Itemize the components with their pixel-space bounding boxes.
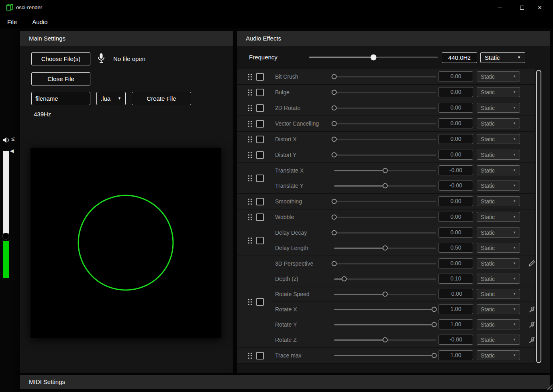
- file-extension-select[interactable]: .lua ▼: [96, 92, 126, 105]
- slider-track[interactable]: [334, 309, 436, 310]
- effect-enable-checkbox[interactable]: [256, 237, 264, 244]
- frequency-slider[interactable]: [309, 54, 438, 61]
- effect-mode-select[interactable]: Static ▼: [477, 350, 520, 360]
- slider-track[interactable]: [334, 154, 436, 156]
- effect-value-box[interactable]: 1.00: [439, 350, 473, 360]
- effect-value-box[interactable]: -0.00: [439, 165, 473, 175]
- effect-enable-checkbox[interactable]: [256, 136, 264, 143]
- effect-mode-select[interactable]: Static ▼: [477, 181, 520, 191]
- volume-knob[interactable]: [2, 233, 9, 240]
- effect-value-box[interactable]: 0.00: [439, 134, 473, 144]
- maximize-button[interactable]: [512, 0, 532, 15]
- menu-audio[interactable]: Audio: [32, 18, 47, 25]
- effect-value-box[interactable]: 0.00: [439, 71, 473, 81]
- menu-file[interactable]: File: [7, 18, 17, 25]
- effect-slider[interactable]: [334, 89, 436, 95]
- effect-value-box[interactable]: 0.00: [439, 258, 473, 268]
- effect-mode-select[interactable]: Static ▼: [477, 165, 520, 175]
- effect-value-box[interactable]: 0.00: [439, 212, 473, 222]
- effect-enable-checkbox[interactable]: [256, 175, 264, 182]
- slider-knob[interactable]: [342, 276, 347, 282]
- effect-mode-select[interactable]: Static ▼: [477, 196, 520, 206]
- frequency-value-box[interactable]: 440.0Hz: [442, 52, 477, 63]
- slider-knob[interactable]: [332, 261, 337, 266]
- create-file-button[interactable]: Create File: [132, 92, 191, 105]
- minimize-button[interactable]: [490, 0, 510, 15]
- slider-knob[interactable]: [383, 168, 388, 173]
- effect-value-box[interactable]: 1.00: [439, 304, 473, 314]
- effect-enable-checkbox[interactable]: [256, 89, 264, 96]
- effect-slider[interactable]: [334, 136, 436, 142]
- midi-icon[interactable]: [529, 306, 535, 313]
- effect-mode-select[interactable]: Static ▼: [477, 227, 520, 238]
- volume-slider[interactable]: [3, 151, 9, 278]
- effect-slider[interactable]: [334, 291, 436, 297]
- midi-icon[interactable]: [529, 321, 535, 328]
- choose-file-button[interactable]: Choose File(s): [31, 52, 90, 65]
- slider-knob[interactable]: [332, 152, 337, 158]
- effect-mode-select[interactable]: Static ▼: [477, 243, 520, 253]
- midi-settings-header[interactable]: MIDI Settings: [20, 375, 550, 389]
- slider-knob[interactable]: [371, 55, 377, 61]
- effect-slider[interactable]: [334, 167, 436, 174]
- slider-track[interactable]: [334, 108, 436, 109]
- effect-enable-checkbox[interactable]: [256, 73, 264, 81]
- drag-handle-icon[interactable]: [248, 238, 252, 244]
- slider-track[interactable]: [334, 263, 436, 264]
- effect-value-box[interactable]: 0.10: [439, 274, 473, 284]
- slider-track[interactable]: [334, 278, 436, 280]
- slider-track[interactable]: [334, 76, 436, 77]
- drag-handle-icon[interactable]: [248, 199, 252, 205]
- effect-enable-checkbox[interactable]: [256, 120, 264, 128]
- slider-knob[interactable]: [332, 230, 337, 236]
- effect-slider[interactable]: [334, 73, 436, 80]
- effect-mode-select[interactable]: Static ▼: [477, 71, 520, 81]
- slider-knob[interactable]: [332, 106, 337, 111]
- effect-value-box[interactable]: 0.00: [439, 150, 473, 160]
- slider-knob[interactable]: [332, 199, 337, 204]
- effect-enable-checkbox[interactable]: [256, 104, 264, 112]
- effect-enable-checkbox[interactable]: [256, 151, 264, 159]
- microphone-icon[interactable]: [98, 53, 105, 66]
- effect-value-box[interactable]: 0.00: [439, 196, 473, 206]
- slider-knob[interactable]: [332, 90, 337, 95]
- effect-enable-checkbox[interactable]: [256, 298, 264, 306]
- effect-mode-select[interactable]: Static ▼: [477, 87, 520, 97]
- effect-slider[interactable]: [334, 230, 436, 236]
- effect-value-box[interactable]: 0.00: [439, 103, 473, 113]
- volume-track-upper[interactable]: [3, 151, 9, 234]
- close-button[interactable]: ×: [530, 0, 550, 15]
- effect-mode-select[interactable]: Static ▼: [477, 289, 520, 299]
- filename-input[interactable]: [31, 92, 90, 105]
- effect-value-box[interactable]: 0.50: [439, 243, 473, 253]
- effect-slider[interactable]: [334, 352, 436, 359]
- resize-grip-icon[interactable]: [546, 383, 553, 392]
- frequency-mode-select[interactable]: Static ▼: [480, 52, 525, 63]
- effect-slider[interactable]: [334, 105, 436, 111]
- drag-handle-icon[interactable]: [248, 214, 252, 220]
- close-file-button[interactable]: Close File: [31, 72, 90, 85]
- effect-mode-select[interactable]: Static ▼: [477, 274, 520, 284]
- effect-mode-select[interactable]: Static ▼: [477, 103, 520, 113]
- effect-mode-select[interactable]: Static ▼: [477, 134, 520, 144]
- drag-handle-icon[interactable]: [248, 175, 252, 181]
- effect-slider[interactable]: [334, 214, 436, 220]
- slider-track[interactable]: [334, 92, 436, 93]
- slider-knob[interactable]: [332, 215, 337, 220]
- effect-slider[interactable]: [334, 321, 436, 328]
- effect-value-box[interactable]: 0.00: [439, 118, 473, 128]
- effect-slider[interactable]: [334, 152, 436, 158]
- slider-track[interactable]: [334, 217, 436, 218]
- effect-slider[interactable]: [334, 198, 436, 205]
- drag-handle-icon[interactable]: [248, 121, 252, 127]
- effect-enable-checkbox[interactable]: [256, 198, 264, 205]
- slider-knob[interactable]: [431, 322, 437, 327]
- effect-slider[interactable]: [334, 337, 436, 343]
- drag-handle-icon[interactable]: [248, 353, 252, 359]
- slider-knob[interactable]: [332, 121, 337, 126]
- slider-track[interactable]: [334, 324, 436, 325]
- effect-slider[interactable]: [334, 245, 436, 251]
- drag-handle-icon[interactable]: [248, 136, 252, 142]
- effects-scrollbar[interactable]: [536, 70, 541, 363]
- effect-enable-checkbox[interactable]: [256, 352, 264, 360]
